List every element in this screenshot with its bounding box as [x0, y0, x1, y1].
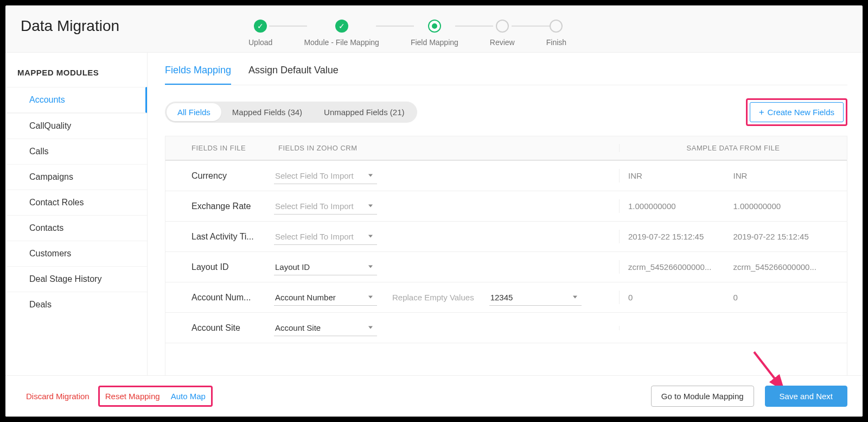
- sidebar-title: MAPPED MODULES: [5, 53, 147, 87]
- step-label: Upload: [248, 38, 272, 47]
- filter-pills: All FieldsMapped Fields (34)Unmapped Fie…: [165, 102, 417, 123]
- step-connector: [376, 26, 414, 27]
- file-field-label: Currency: [165, 171, 274, 181]
- crm-field-select[interactable]: Select Field To Import: [274, 168, 377, 184]
- file-field-label: Last Activity Ti...: [165, 232, 274, 242]
- plus-icon: +: [759, 108, 764, 117]
- sidebar-item-callquality[interactable]: CallQuality: [5, 113, 147, 138]
- sample-data-cell: INRINR: [619, 169, 847, 182]
- step-finish: Finish: [546, 20, 566, 47]
- crm-field-select[interactable]: Select Field To Import: [274, 229, 377, 245]
- step-connector: [512, 26, 550, 27]
- sample-value: zcrm_545266000000...: [628, 262, 733, 272]
- step-label: Module - File Mapping: [304, 38, 379, 47]
- sample-data-cell: 2019-07-22 15:12:452019-07-22 15:12:45: [619, 230, 847, 243]
- sample-data-cell: 00: [619, 291, 847, 304]
- tab-fields-mapping[interactable]: Fields Mapping: [165, 65, 231, 85]
- step-circle-icon: [496, 20, 509, 33]
- sample-value: INR: [628, 171, 733, 180]
- step-circle-icon: [550, 20, 563, 33]
- step-circle-icon: [428, 20, 441, 33]
- step-connector: [455, 26, 493, 27]
- reset-mapping-button[interactable]: Reset Mapping: [100, 387, 165, 405]
- crm-field-select[interactable]: Layout ID: [274, 259, 377, 275]
- filter-unmapped-fields-[interactable]: Unmapped Fields (21): [313, 103, 415, 121]
- sidebar-item-customers[interactable]: Customers: [5, 241, 147, 266]
- sample-value: 1.000000000: [733, 201, 839, 211]
- th-fields-in-crm: FIELDS IN ZOHO CRM: [274, 144, 619, 152]
- mapping-table: FIELDS IN FILE FIELDS IN ZOHO CRM SAMPLE…: [165, 136, 847, 375]
- replace-empty-label: Replace Empty Values: [392, 293, 474, 302]
- stepper: ✓Upload✓Module - File MappingField Mappi…: [248, 17, 566, 47]
- create-new-fields-button[interactable]: + Create New Fields: [750, 102, 844, 122]
- file-field-label: Layout ID: [165, 262, 274, 272]
- sidebar-item-accounts[interactable]: Accounts: [5, 87, 147, 113]
- sample-value: 0: [628, 293, 733, 302]
- th-fields-in-file: FIELDS IN FILE: [165, 144, 274, 152]
- sidebar-item-deal-stage-history[interactable]: Deal Stage History: [5, 266, 147, 292]
- step-label: Review: [490, 38, 515, 47]
- step-label: Finish: [546, 38, 566, 47]
- tab-assign-default-value[interactable]: Assign Default Value: [248, 65, 339, 85]
- th-sample-data: SAMPLE DATA FROM FILE: [619, 144, 847, 152]
- table-row: Exchange RateSelect Field To Import1.000…: [165, 191, 847, 222]
- page-title: Data Migration: [21, 17, 227, 35]
- crm-field-select[interactable]: Account Number: [274, 289, 377, 306]
- sample-value: 2019-07-22 15:12:45: [733, 232, 839, 241]
- reset-automap-highlight: Reset Mapping Auto Map: [98, 386, 213, 407]
- sidebar-item-calls[interactable]: Calls: [5, 138, 147, 164]
- sample-data-cell: zcrm_545266000000...zcrm_545266000000...: [619, 260, 847, 274]
- main-panel: Fields MappingAssign Default Value All F…: [148, 53, 863, 375]
- sample-value: zcrm_545266000000...: [733, 262, 839, 272]
- crm-field-select[interactable]: Account Site: [274, 320, 377, 336]
- crm-field-cell: Account NumberReplace Empty Values12345: [274, 289, 619, 306]
- crm-field-cell: Layout ID: [274, 259, 619, 275]
- table-row: Account SiteAccount Site: [165, 313, 847, 343]
- step-circle-icon: ✓: [254, 20, 267, 33]
- file-field-label: Account Site: [165, 323, 274, 333]
- replace-value-select[interactable]: 12345: [489, 289, 582, 306]
- filter-all-fields[interactable]: All Fields: [167, 103, 221, 121]
- file-field-label: Account Num...: [165, 293, 274, 303]
- sidebar-item-deals[interactable]: Deals: [5, 292, 147, 317]
- create-new-fields-label: Create New Fields: [768, 108, 834, 117]
- sample-value: 1.000000000: [628, 201, 733, 211]
- step-label: Field Mapping: [411, 38, 458, 47]
- save-and-next-button[interactable]: Save and Next: [765, 386, 847, 407]
- step-review: Review: [490, 20, 515, 47]
- step-upload: ✓Upload: [248, 20, 272, 47]
- table-row: CurrencySelect Field To ImportINRINR: [165, 161, 847, 191]
- crm-field-cell: Select Field To Import: [274, 168, 619, 184]
- sidebar-item-contact-roles[interactable]: Contact Roles: [5, 190, 147, 215]
- footer: Discard Migration Reset Mapping Auto Map…: [5, 375, 863, 417]
- sidebar-item-contacts[interactable]: Contacts: [5, 215, 147, 241]
- sample-data-cell: [619, 326, 847, 330]
- go-to-module-mapping-button[interactable]: Go to Module Mapping: [651, 386, 754, 407]
- tabs-row: Fields MappingAssign Default Value: [165, 53, 847, 85]
- auto-map-button[interactable]: Auto Map: [165, 387, 211, 405]
- sidebar: MAPPED MODULES AccountsCallQualityCallsC…: [5, 53, 148, 375]
- sidebar-item-campaigns[interactable]: Campaigns: [5, 164, 147, 190]
- step-field-mapping: Field Mapping: [411, 20, 458, 47]
- discard-migration-button[interactable]: Discard Migration: [21, 387, 95, 405]
- crm-field-select[interactable]: Select Field To Import: [274, 198, 377, 215]
- filter-mapped-fields-[interactable]: Mapped Fields (34): [221, 103, 313, 121]
- sample-value: 2019-07-22 15:12:45: [628, 232, 733, 241]
- table-row: Layout IDLayout IDzcrm_545266000000...zc…: [165, 252, 847, 282]
- crm-field-cell: Account Site: [274, 320, 619, 336]
- file-field-label: Exchange Rate: [165, 201, 274, 211]
- sample-value: 0: [733, 293, 839, 302]
- step-module-file-mapping: ✓Module - File Mapping: [304, 20, 379, 47]
- step-circle-icon: ✓: [335, 20, 348, 33]
- create-new-fields-highlight: + Create New Fields: [746, 98, 847, 126]
- sample-value: INR: [733, 171, 839, 180]
- table-row: Last Activity Ti...Select Field To Impor…: [165, 222, 847, 252]
- table-row: Account Num...Account NumberReplace Empt…: [165, 282, 847, 313]
- step-connector: [269, 26, 307, 27]
- sample-data-cell: 1.0000000001.000000000: [619, 199, 847, 213]
- crm-field-cell: Select Field To Import: [274, 198, 619, 215]
- crm-field-cell: Select Field To Import: [274, 229, 619, 245]
